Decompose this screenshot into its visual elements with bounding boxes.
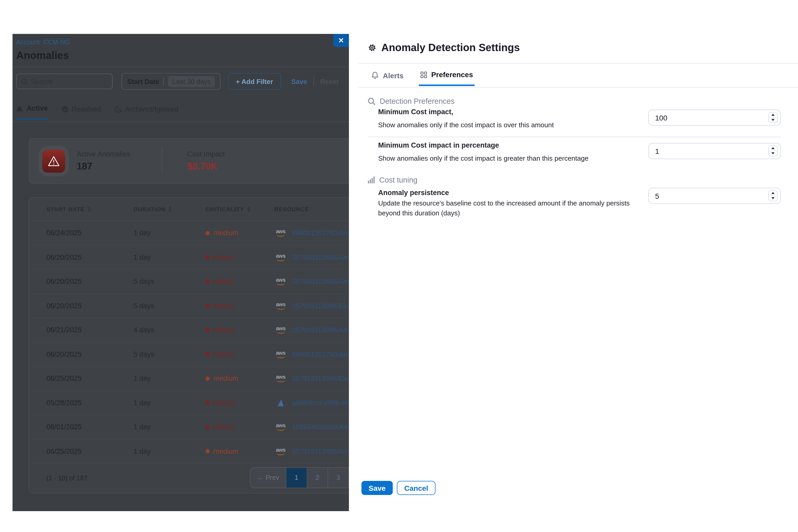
start-date-value[interactable]: Last 30 days	[168, 76, 215, 87]
resource-link[interactable]: 868001352780/Amazon	[292, 229, 349, 237]
cell-resource: aws357919113896/Amazon	[274, 448, 349, 455]
search-box[interactable]	[16, 74, 113, 89]
number-stepper[interactable]	[768, 112, 778, 123]
criticality-label: medium	[213, 448, 239, 455]
min-cost-label: Minimum Cost impact,	[378, 108, 453, 116]
cancel-button[interactable]: Cancel	[397, 481, 436, 495]
column-criticality[interactable]: CRITICALITY	[206, 206, 274, 212]
tab-archived[interactable]: Archived/Ignored	[115, 104, 178, 120]
header-divider	[13, 67, 349, 67]
column-duration[interactable]: DURATION	[134, 206, 206, 212]
table-row: 06/20/20251 daycriticalaws357919113896/A…	[29, 245, 349, 270]
stepper-down-icon[interactable]	[769, 151, 777, 156]
filter-reset-button[interactable]: Reset	[320, 77, 339, 85]
prev-page-button[interactable]: ← Prev	[251, 468, 286, 488]
cell-resource: aws357919113896/Amazon	[274, 326, 349, 334]
stepper-down-icon[interactable]	[769, 196, 777, 201]
start-date-label: Start Date	[127, 77, 159, 85]
search-input[interactable]	[31, 77, 104, 85]
page-title: Anomalies	[16, 50, 69, 61]
min-cost-input[interactable]	[655, 113, 754, 122]
gear-icon	[368, 43, 377, 52]
stepper-up-icon[interactable]	[769, 146, 777, 151]
min-pct-input[interactable]	[655, 147, 754, 155]
table-row: 06/20/20255 dayscriticalaws357919113896/…	[29, 270, 349, 294]
cell-resource: aws357919113896/Amazon	[274, 278, 349, 286]
stepper-up-icon[interactable]	[769, 191, 777, 196]
magnifier-icon	[368, 97, 376, 105]
stepper-up-icon[interactable]	[769, 112, 777, 118]
number-stepper[interactable]	[768, 190, 778, 201]
number-stepper[interactable]	[768, 145, 778, 156]
page-button-1[interactable]: 1	[286, 468, 307, 488]
anomalies-table: START DATE DURATION CRITICALITY RESOURCE…	[29, 197, 349, 493]
tab-active[interactable]: Active	[16, 104, 48, 120]
sort-icon[interactable]	[169, 207, 172, 212]
resource-link[interactable]: 357919113896/Amazon	[292, 278, 349, 286]
filter-save-button[interactable]: Save	[291, 77, 307, 85]
cell-criticality: critical	[206, 399, 274, 407]
stepper-down-icon[interactable]	[769, 118, 777, 122]
pagination: ← Prev 1 2 3	[250, 467, 349, 488]
resource-link[interactable]: 868001352780/Amazon	[292, 350, 349, 358]
cell-resource: a9999bcd-e999-999f-g	[274, 399, 349, 407]
page-button-3[interactable]: 3	[328, 468, 349, 488]
resource-link[interactable]: a9999bcd-e999-999f-g	[292, 399, 349, 407]
aws-icon: aws	[274, 448, 287, 455]
cell-resource: aws357919113896/Elastic L	[274, 302, 349, 310]
cell-duration: 5 days	[134, 302, 206, 310]
cost-impact-label: Cost Impact	[187, 150, 225, 158]
sort-icon[interactable]	[88, 207, 91, 212]
column-start-date[interactable]: START DATE	[46, 206, 134, 212]
add-filter-button[interactable]: + Add Filter	[228, 73, 281, 90]
min-pct-description: Show anomalies only if the cost impact i…	[378, 154, 639, 164]
resource-link[interactable]: 158934929029/AWS Co	[292, 423, 349, 431]
cell-start-date: 06/20/2025	[46, 302, 134, 310]
tab-resolved[interactable]: Resolved	[61, 104, 101, 120]
resource-link[interactable]: 357919113896/Elastic L	[292, 302, 349, 310]
resource-link[interactable]: 357919113896/Amazon	[292, 326, 349, 334]
criticality-label: critical	[213, 326, 233, 334]
persistence-label: Anomaly persistence	[378, 189, 449, 197]
tab-label: Alerts	[383, 71, 403, 79]
aws-icon: aws	[274, 229, 287, 237]
aws-icon: aws	[274, 350, 287, 358]
cost-impact-value: $8.70K	[187, 161, 225, 172]
aws-icon: aws	[274, 253, 287, 261]
page-button-2[interactable]: 2	[307, 468, 328, 488]
breadcrumb[interactable]: Account: CCM-NG	[16, 39, 70, 46]
aws-icon: aws	[274, 278, 287, 286]
aws-icon: aws	[274, 375, 287, 383]
persistence-input[interactable]	[655, 192, 754, 200]
modal-title: Anomaly Detection Settings	[368, 42, 520, 54]
criticality-dot-icon	[206, 231, 210, 235]
resource-link[interactable]: 357919113896/Amazon	[292, 448, 349, 455]
cell-duration: 1 day	[134, 423, 206, 431]
divider	[162, 148, 162, 173]
cell-start-date: 06/24/2025	[46, 229, 134, 237]
section-heading: Cost tuning	[379, 176, 418, 184]
cell-resource: aws868001352780/Amazon	[274, 350, 349, 358]
sort-icon[interactable]	[247, 207, 250, 212]
column-resource[interactable]: RESOURCE	[274, 206, 349, 212]
cost-impact-stat: Cost Impact $8.70K	[187, 150, 225, 172]
anomaly-detection-settings-modal: Anomaly Detection Settings Alerts Prefer…	[349, 0, 798, 532]
resource-link[interactable]: 357919113896/Amazon	[292, 253, 349, 261]
cell-resource: aws357919113896/Elastic L	[274, 375, 349, 383]
close-icon[interactable]: ✕	[333, 34, 349, 47]
cell-start-date: 05/28/2025	[46, 399, 134, 407]
criticality-label: medium	[213, 229, 239, 237]
bell-icon	[372, 72, 379, 79]
resource-link[interactable]: 357919113896/Elastic L	[292, 375, 349, 383]
cell-duration: 1 day	[134, 399, 206, 407]
cell-duration: 1 day	[134, 253, 206, 261]
detection-preferences-section-header: Detection Preferences	[368, 97, 455, 106]
tab-alerts[interactable]: Alerts	[370, 71, 405, 86]
cell-start-date: 06/25/2025	[46, 375, 134, 383]
cost-tuning-section-header: Cost tuning	[368, 176, 418, 184]
table-row: 06/25/20251 daymediumaws357919113896/Ela…	[29, 367, 349, 391]
cell-resource: aws868001352780/Amazon	[274, 229, 349, 237]
save-button[interactable]: Save	[361, 481, 393, 495]
tab-preferences[interactable]: Preferences	[419, 71, 474, 86]
start-date-filter[interactable]: Start Date Last 30 days	[121, 73, 221, 90]
